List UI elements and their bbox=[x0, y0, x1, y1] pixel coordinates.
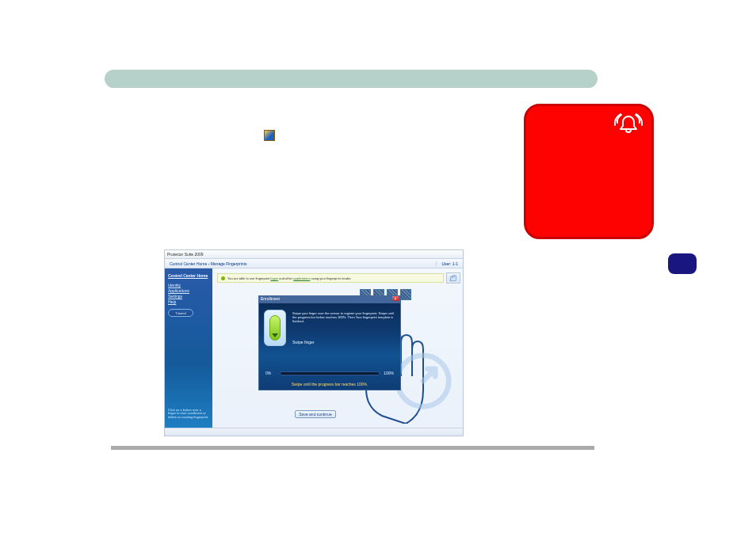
alarm-bell-icon bbox=[613, 112, 644, 136]
app-window: Protector Suite 2009 Control Center Home… bbox=[164, 249, 464, 436]
app-main: You are able to use fingerprint logon an… bbox=[212, 268, 463, 428]
page-number-badge bbox=[668, 253, 697, 274]
alarm-callout bbox=[524, 104, 654, 239]
breadcrumb: Control Center Home › Manage Fingerprint… bbox=[170, 261, 247, 266]
info-text: You are able to use fingerprint logon an… bbox=[227, 276, 351, 280]
enrollment-title: Enrollment bbox=[261, 296, 280, 301]
progress-end-label: 100% bbox=[383, 371, 394, 375]
footer-rule bbox=[111, 446, 594, 450]
close-icon[interactable]: × bbox=[392, 296, 399, 301]
sidebar-item-applications[interactable]: Applications bbox=[168, 288, 209, 293]
sidebar-item-identity[interactable]: Identity bbox=[168, 283, 209, 287]
sidebar-heading: Control Center Home bbox=[168, 273, 209, 278]
swipe-finger-icon bbox=[264, 310, 286, 346]
progress-track bbox=[280, 371, 380, 375]
sidebar-item-help[interactable]: Help bbox=[168, 299, 209, 304]
info-dot-icon bbox=[221, 276, 225, 280]
save-button-label: Save and continue bbox=[299, 412, 331, 417]
app-titlebar: Protector Suite 2009 bbox=[165, 250, 463, 259]
sidebar-hint: Click on a button over a finger to start… bbox=[168, 409, 209, 420]
progress-start-label: 0% bbox=[265, 371, 277, 375]
tutorial-button[interactable]: Tutorial bbox=[168, 309, 193, 317]
app-statusbar bbox=[165, 428, 463, 436]
tutorial-button-label: Tutorial bbox=[175, 311, 185, 315]
app-sidebar: Control Center Home Identity Application… bbox=[165, 268, 212, 428]
enrollment-dialog: Enrollment × Swipe your finger over the … bbox=[258, 295, 401, 390]
user-label: User: 1-1 bbox=[436, 261, 458, 266]
app-toolbar: Control Center Home › Manage Fingerprint… bbox=[165, 259, 463, 268]
sidebar-item-settings[interactable]: Settings bbox=[168, 294, 209, 299]
progress-bar: 0% 100% bbox=[265, 371, 394, 375]
section-header-bar bbox=[105, 70, 598, 88]
info-link-logon[interactable]: logon bbox=[270, 276, 278, 280]
save-and-continue-button[interactable]: Save and continue bbox=[295, 410, 336, 418]
enrollment-instructions: Swipe your finger over the sensor to reg… bbox=[292, 311, 395, 324]
info-link-applications[interactable]: applications bbox=[293, 276, 310, 280]
app-title: Protector Suite 2009 bbox=[167, 252, 204, 257]
info-banner: You are able to use fingerprint logon an… bbox=[217, 273, 444, 283]
swipe-finger-label: Swipe finger bbox=[292, 340, 315, 345]
circle-arrow-icon bbox=[393, 351, 453, 411]
swipe-until-label: Swipe until the progress bar reaches 100… bbox=[259, 382, 400, 386]
inline-icon bbox=[264, 130, 275, 141]
hand-chip-icon[interactable] bbox=[446, 272, 460, 284]
